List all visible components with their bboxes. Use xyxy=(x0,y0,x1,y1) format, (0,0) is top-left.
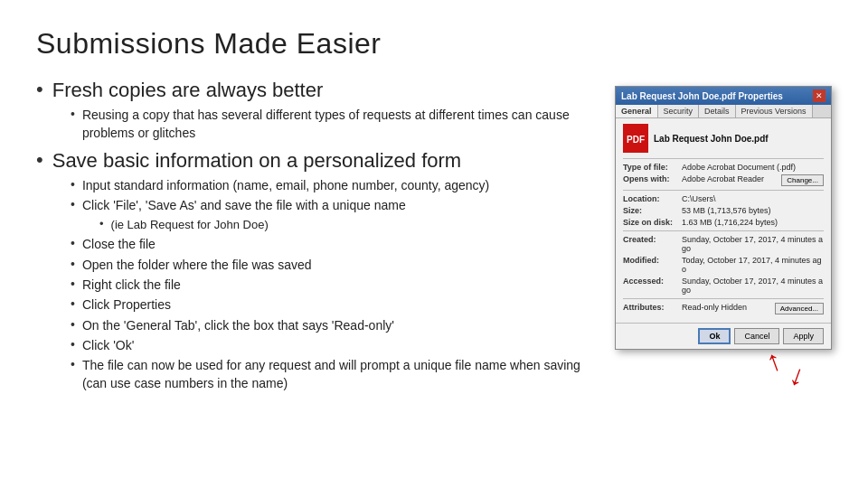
dialog-attributes-row: Attributes: Read-only Hidden Advanced... xyxy=(623,303,824,314)
dialog-file-row: PDF Lab Request John Doe.pdf xyxy=(623,124,824,153)
bullet-close: • Close the file xyxy=(71,235,588,253)
modified-value: Today, October 17, 2017, 4 minutes ago xyxy=(682,256,824,274)
sep1 xyxy=(623,158,824,159)
modified-label: Modified: xyxy=(623,256,682,274)
svg-text:PDF: PDF xyxy=(627,135,645,145)
bullet-save: • Save basic information on a personaliz… xyxy=(36,147,588,174)
dialog-accessed-row: Accessed: Sunday, October 17, 2017, 4 mi… xyxy=(623,277,824,295)
bullet-ie: • (ie Lab Request for John Doe) xyxy=(99,217,588,234)
bullet-input-text: Input standard information (name, email,… xyxy=(82,176,489,194)
bullet-file-reuse: • The file can now be used for any reque… xyxy=(71,356,588,393)
arrow-icon-2: ↓ xyxy=(785,357,810,393)
bullet-right-click-text: Right click the file xyxy=(82,276,181,294)
bullet-dot-ie: • xyxy=(99,217,104,230)
dialog-modified-row: Modified: Today, October 17, 2017, 4 min… xyxy=(623,256,824,274)
type-value: Adobe Acrobat Document (.pdf) xyxy=(682,163,824,172)
sep4 xyxy=(623,298,824,299)
size-disk-label: Size on disk: xyxy=(623,218,682,227)
opens-value: Adobe Acrobat Reader xyxy=(682,174,778,186)
dialog-title: Lab Request John Doe.pdf Properties xyxy=(621,91,783,101)
bullet-dot-save: • xyxy=(36,147,43,174)
size-label: Size: xyxy=(623,206,682,215)
dialog-type-row: Type of file: Adobe Acrobat Document (.p… xyxy=(623,163,824,172)
dialog-created-row: Created: Sunday, October 17, 2017, 4 min… xyxy=(623,235,824,253)
bullet-dot: • xyxy=(36,77,43,103)
bullet-close-text: Close the file xyxy=(82,235,156,253)
bullet-dot-reusing: • xyxy=(71,107,75,121)
bullet-properties: • Click Properties xyxy=(71,296,588,314)
bullet-general-tab: • On the 'General Tab', click the box th… xyxy=(71,316,588,334)
bullet-dot-click-file: • xyxy=(71,197,75,211)
sep3 xyxy=(623,230,824,231)
accessed-label: Accessed: xyxy=(623,277,682,295)
cancel-button[interactable]: Cancel xyxy=(734,328,779,344)
apply-button[interactable]: Apply xyxy=(783,328,824,344)
dialog-close-button[interactable]: ✕ xyxy=(813,89,826,102)
dialog-tabs: General Security Details Previous Versio… xyxy=(616,105,831,118)
bullet-dot-close: • xyxy=(71,236,75,250)
bullet-save-text: Save basic information on a personalized… xyxy=(52,147,461,174)
bullet-click-ok-text: Click 'Ok' xyxy=(82,336,134,354)
bullet-dot-general-tab: • xyxy=(71,317,75,332)
created-label: Created: xyxy=(623,235,682,253)
bullet-open-folder: • Open the folder where the file was sav… xyxy=(71,256,588,274)
size-value: 53 MB (1,713,576 bytes) xyxy=(682,206,824,215)
bullet-file-reuse-text: The file can now be used for any request… xyxy=(82,356,588,393)
advanced-button[interactable]: Advanced... xyxy=(775,303,824,314)
sep2 xyxy=(623,190,824,191)
dialog-tab-details[interactable]: Details xyxy=(699,105,736,117)
accessed-value: Sunday, October 17, 2017, 4 minutes ago xyxy=(682,277,824,295)
page-title: Submissions Made Easier xyxy=(36,27,832,61)
bullet-fresh-text: Fresh copies are always better xyxy=(52,77,324,104)
bullet-ie-text: (ie Lab Request for John Doe) xyxy=(111,217,269,234)
attributes-label: Attributes: xyxy=(623,303,682,314)
dialog-body: PDF Lab Request John Doe.pdf Type of fil… xyxy=(616,118,831,323)
dialog-tab-security[interactable]: Security xyxy=(658,105,700,117)
right-column: Lab Request John Doe.pdf Properties ✕ Ge… xyxy=(597,77,832,395)
dialog-location-row: Location: C:\Users\ xyxy=(623,194,824,203)
main-content: • Fresh copies are always better • Reusi… xyxy=(36,77,832,395)
bullet-dot-right-click: • xyxy=(71,277,75,291)
bullet-right-click: • Right click the file xyxy=(71,276,588,294)
dialog-size-row: Size: 53 MB (1,713,576 bytes) xyxy=(623,206,824,215)
pdf-icon: PDF xyxy=(623,124,648,153)
type-label: Type of file: xyxy=(623,163,682,172)
bullet-reusing: • Reusing a copy that has several differ… xyxy=(71,106,588,143)
properties-dialog: Lab Request John Doe.pdf Properties ✕ Ge… xyxy=(615,86,832,350)
location-value: C:\Users\ xyxy=(682,194,824,203)
bullet-general-tab-text: On the 'General Tab', click the box that… xyxy=(82,316,394,334)
location-label: Location: xyxy=(623,194,682,203)
bullet-reusing-text: Reusing a copy that has several differen… xyxy=(82,106,588,143)
bullet-dot-open-folder: • xyxy=(71,257,75,271)
dialog-tab-previous[interactable]: Previous Versions xyxy=(736,105,813,117)
bullet-dot-file-reuse: • xyxy=(71,357,75,371)
bullet-dot-click-ok: • xyxy=(71,337,75,352)
bullet-dot-properties: • xyxy=(71,296,75,311)
bullet-input: • Input standard information (name, emai… xyxy=(71,176,588,194)
dialog-sizedisk-row: Size on disk: 1.63 MB (1,716,224 bytes) xyxy=(623,218,824,227)
bullet-click-ok: • Click 'Ok' xyxy=(71,336,588,354)
attributes-value: Read-only Hidden xyxy=(682,303,771,314)
dialog-titlebar: Lab Request John Doe.pdf Properties ✕ xyxy=(616,87,831,105)
bullet-open-folder-text: Open the folder where the file was saved xyxy=(82,256,312,274)
bullet-click-file-text: Click 'File', 'Save As' and save the fil… xyxy=(82,196,406,214)
opens-label: Opens with: xyxy=(623,174,682,186)
dialog-footer: Ok Cancel Apply xyxy=(616,323,831,349)
dialog-filename: Lab Request John Doe.pdf xyxy=(654,134,769,144)
change-button[interactable]: Change... xyxy=(781,174,824,186)
bullet-dot-input: • xyxy=(71,177,75,192)
dialog-tab-general[interactable]: General xyxy=(616,105,658,117)
dialog-opens-row: Opens with: Adobe Acrobat Reader Change.… xyxy=(623,174,824,186)
slide: Submissions Made Easier • Fresh copies a… xyxy=(0,0,868,488)
ok-button[interactable]: Ok xyxy=(698,328,731,344)
left-column: • Fresh copies are always better • Reusi… xyxy=(36,77,597,395)
arrows-container: ↑ ↓ xyxy=(615,350,832,392)
bullet-properties-text: Click Properties xyxy=(82,296,171,314)
size-disk-value: 1.63 MB (1,716,224 bytes) xyxy=(682,218,824,227)
bullet-click-file: • Click 'File', 'Save As' and save the f… xyxy=(71,196,588,214)
bullet-fresh: • Fresh copies are always better xyxy=(36,77,588,104)
created-value: Sunday, October 17, 2017, 4 minutes ago xyxy=(682,235,824,253)
